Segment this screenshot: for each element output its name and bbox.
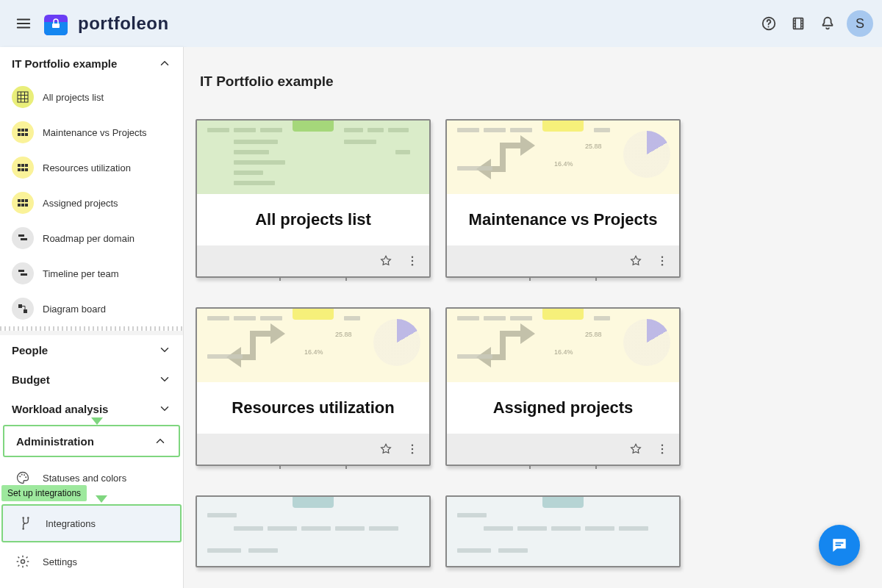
chat-icon	[830, 536, 849, 555]
sidebar-item-all-projects[interactable]: All projects list	[0, 79, 183, 115]
card-thumbnail: 25.88 16.4%	[447, 121, 679, 194]
diagram-icon	[12, 298, 34, 320]
integrations-icon	[15, 512, 37, 534]
sidebar-item-roadmap-per-domain[interactable]: Roadmap per domain	[0, 220, 183, 256]
svg-rect-7	[25, 129, 28, 132]
card-maintenance-vs-projects[interactable]: 25.88 16.4% Maintenance vs Projects	[445, 119, 681, 278]
svg-point-39	[412, 264, 413, 265]
sidebar-item-diagram-board[interactable]: Diagram board	[0, 291, 183, 326]
svg-point-33	[22, 517, 24, 519]
card-assigned-projects[interactable]: 25.88 16.4% Assigned projects	[445, 307, 681, 466]
card-title: Resources utilization	[224, 398, 401, 417]
card-thumbnail: 25.88 16.4%	[447, 309, 679, 382]
sidebar-item-label: Roadmap per domain	[43, 233, 135, 244]
card-partial[interactable]	[196, 495, 431, 567]
pie-icon	[623, 131, 670, 178]
favorite-button[interactable]	[625, 250, 647, 272]
help-icon	[761, 15, 777, 32]
thumb-percent: 25.88	[335, 331, 352, 338]
chat-fab[interactable]	[819, 525, 860, 566]
sidebar-item-label: All projects list	[43, 92, 104, 103]
arrows-icon	[469, 135, 550, 190]
menu-toggle-button[interactable]	[9, 9, 38, 38]
sidebar-item-label: Diagram board	[43, 304, 106, 315]
svg-rect-9	[21, 133, 24, 136]
thumb-percent: 16.4%	[554, 348, 573, 356]
svg-rect-18	[21, 199, 24, 202]
card-title: All projects list	[248, 210, 379, 229]
star-icon	[379, 254, 392, 268]
section-title: Budget	[12, 373, 50, 386]
favorite-button[interactable]	[625, 438, 647, 460]
grid3-icon	[12, 192, 34, 214]
svg-rect-8	[18, 133, 21, 136]
svg-point-40	[662, 257, 663, 258]
brand-logo[interactable]: portfoleon	[41, 12, 169, 35]
admin-item-integrations[interactable]: Integrations	[1, 504, 182, 542]
svg-rect-6	[21, 129, 24, 132]
svg-rect-4	[18, 92, 28, 102]
svg-point-42	[662, 264, 663, 265]
more-vertical-icon	[656, 254, 669, 268]
card-thumbnail: 25.88 16.4%	[197, 309, 429, 382]
svg-rect-10	[25, 133, 28, 136]
admin-item-label: Statuses and colors	[43, 473, 126, 484]
svg-point-36	[21, 560, 25, 564]
card-title: Assigned projects	[486, 398, 641, 417]
sidebar-item-maintenance-vs-projects[interactable]: Maintenance vs Projects	[0, 115, 183, 150]
card-all-projects[interactable]: All projects list	[196, 119, 431, 278]
administration-section-highlight: Administration	[3, 425, 180, 457]
svg-rect-22	[25, 204, 28, 207]
star-icon	[629, 254, 642, 268]
arrows-icon	[219, 323, 300, 378]
card-thumbnail	[197, 121, 429, 194]
svg-point-48	[662, 452, 663, 453]
sidebar-item-assigned-projects[interactable]: Assigned projects	[0, 185, 183, 220]
svg-rect-16	[25, 168, 28, 171]
app-header: portfoleon S	[0, 0, 882, 47]
portfolio-section-header[interactable]: IT Portfolio example	[0, 47, 183, 79]
notifications-button[interactable]	[813, 9, 842, 38]
sidebar-item-label: Maintenance vs Projects	[43, 127, 147, 138]
thumb-percent: 25.88	[585, 143, 602, 150]
arrows-icon	[469, 323, 550, 378]
svg-point-41	[662, 260, 663, 262]
card-menu-button[interactable]	[651, 250, 673, 272]
user-avatar[interactable]: S	[847, 10, 873, 37]
budget-section-header[interactable]: Budget	[0, 365, 183, 394]
card-menu-button[interactable]	[401, 250, 423, 272]
section-title: Administration	[16, 435, 94, 448]
svg-point-47	[662, 448, 663, 450]
admin-item-settings[interactable]: Settings	[0, 542, 183, 581]
sidebar-item-resources-utilization[interactable]: Resources utilization	[0, 150, 183, 185]
svg-point-44	[412, 448, 413, 450]
card-menu-button[interactable]	[651, 438, 673, 460]
chevron-down-icon	[158, 373, 171, 386]
favorite-button[interactable]	[375, 438, 397, 460]
svg-rect-23	[18, 234, 24, 237]
pie-icon	[623, 319, 670, 366]
svg-point-43	[412, 445, 413, 446]
svg-rect-49	[836, 542, 844, 544]
thumb-percent: 25.88	[585, 331, 602, 338]
timeline-icon	[12, 227, 34, 249]
svg-rect-28	[24, 309, 27, 313]
sidebar-item-timeline-per-team[interactable]: Timeline per team	[0, 256, 183, 291]
card-menu-button[interactable]	[401, 438, 423, 460]
sidebar-item-label: Resources utilization	[43, 162, 131, 173]
favorite-button[interactable]	[375, 250, 397, 272]
card-partial[interactable]	[445, 495, 681, 567]
apps-button[interactable]	[784, 9, 813, 38]
administration-section-header[interactable]: Administration	[4, 426, 179, 456]
svg-rect-25	[18, 270, 24, 272]
svg-point-37	[412, 257, 413, 258]
svg-rect-12	[21, 164, 24, 167]
card-resources-utilization[interactable]: 25.88 16.4% Resources utilization	[196, 307, 431, 466]
svg-rect-27	[18, 304, 22, 308]
people-section-header[interactable]: People	[0, 335, 183, 365]
help-button[interactable]	[754, 9, 784, 38]
svg-rect-19	[25, 199, 28, 202]
grid-icon	[12, 86, 34, 108]
film-icon	[790, 15, 806, 32]
page-title: IT Portfolio example	[200, 74, 710, 90]
